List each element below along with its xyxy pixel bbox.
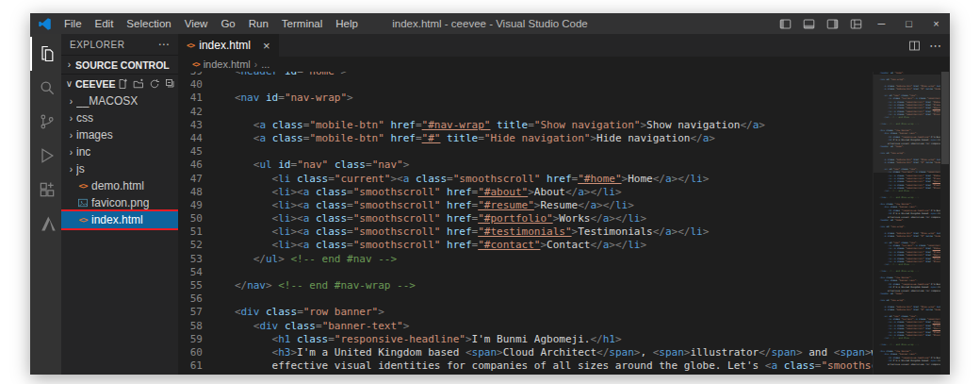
code-line[interactable]: 43 <a class="mobile-btn" href="#nav-wrap… xyxy=(178,119,873,132)
chevron-down-icon: ∨ xyxy=(63,78,75,89)
code-area[interactable]: 39 <header id="home">4041 <nav id="nav-w… xyxy=(178,72,873,373)
run-and-debug-icon[interactable] xyxy=(30,139,61,173)
explorer-tree: ›__MACOSX›css›images›inc›js<>demo.htmlfa… xyxy=(61,92,178,375)
menu-file[interactable]: File xyxy=(57,13,89,34)
chevron-right-icon: › xyxy=(66,96,76,107)
chevron-right-icon: › xyxy=(66,164,76,175)
menu-selection[interactable]: Selection xyxy=(120,13,177,34)
new-file-icon[interactable] xyxy=(116,76,130,91)
menu-view[interactable]: View xyxy=(178,13,215,34)
close-button[interactable]: × xyxy=(923,13,950,34)
extensions-icon[interactable] xyxy=(30,173,61,207)
code-line[interactable]: 39 <header id="home"> xyxy=(178,72,873,78)
tree-item-images[interactable]: ›images xyxy=(61,126,178,143)
tree-item-label: inc xyxy=(76,145,90,159)
code-line[interactable]: 41 <nav id="nav-wrap"> xyxy=(178,92,873,105)
code-line[interactable]: 57 <div class="row banner"> xyxy=(178,306,873,319)
tree-item-demo-html[interactable]: <>demo.html xyxy=(61,177,178,194)
line-number: 60 xyxy=(178,346,203,359)
line-number: 41 xyxy=(178,92,203,105)
layout-panel-icon[interactable] xyxy=(797,13,821,34)
tree-item-label: favicon.png xyxy=(91,196,149,209)
collapse-folders-icon[interactable] xyxy=(164,76,178,91)
layout-sidebar-left-icon[interactable] xyxy=(774,13,797,34)
code-line[interactable]: 56 xyxy=(178,292,873,306)
code-line[interactable]: 42 xyxy=(178,106,873,119)
tree-item-css[interactable]: ›css xyxy=(61,109,178,126)
tree-item-label: demo.html xyxy=(91,179,144,192)
line-number: 56 xyxy=(178,292,203,306)
code-line[interactable]: 55 </nav> <!-- end #nav-wrap --> xyxy=(178,279,873,292)
menu-go[interactable]: Go xyxy=(214,13,241,34)
editor-more-actions-icon[interactable]: ⋯ xyxy=(929,39,941,53)
maximize-button[interactable]: □ xyxy=(895,13,923,34)
close-tab-icon[interactable]: × xyxy=(263,39,270,53)
menu-run[interactable]: Run xyxy=(242,13,275,34)
titlebar-right: ─ □ × xyxy=(774,13,950,34)
line-number: 44 xyxy=(178,132,203,145)
line-number: 61 xyxy=(178,359,203,373)
line-number: 45 xyxy=(178,145,203,159)
editor-scrollbar[interactable] xyxy=(940,72,950,375)
minimap-viewport[interactable] xyxy=(874,75,940,173)
code-line[interactable]: 40 xyxy=(178,78,873,92)
code-line[interactable]: 61 effective visual identities for compa… xyxy=(178,359,873,373)
tree-item-favicon-png[interactable]: favicon.png xyxy=(61,194,178,211)
new-folder-icon[interactable] xyxy=(132,76,146,91)
azure-icon[interactable] xyxy=(30,207,61,241)
menu-help[interactable]: Help xyxy=(329,13,365,34)
scrollbar-thumb[interactable] xyxy=(941,72,949,164)
minimap[interactable]: <header id="home"> <nav id="nav-wrap"> <… xyxy=(873,72,940,375)
tab-bar: <> index.html × ⋯ xyxy=(178,34,950,57)
breadcrumb-item-more[interactable]: ... xyxy=(261,58,270,70)
more-actions-icon[interactable]: ⋯ xyxy=(158,38,171,51)
line-number: 43 xyxy=(178,119,203,132)
code-line[interactable]: 46 <ul id="nav" class="nav"> xyxy=(178,159,873,172)
title-bar: FileEditSelectionViewGoRunTerminalHelp i… xyxy=(30,13,950,34)
code-line[interactable]: 47 <li class="current"><a class="smooths… xyxy=(178,173,873,186)
breadcrumb-item-file[interactable]: index.html xyxy=(204,58,251,70)
tree-item-js[interactable]: ›js xyxy=(61,160,178,177)
tree-item-__macosx[interactable]: ›__MACOSX xyxy=(61,92,178,109)
code-line[interactable]: 49 <li><a class="smoothscroll" href="#re… xyxy=(178,199,873,212)
chevron-right-icon: › xyxy=(66,113,76,124)
code-line[interactable]: 58 <div class="banner-text"> xyxy=(178,320,873,333)
code-line[interactable]: 60 <h3>I'm a United Kingdom based <span>… xyxy=(178,346,873,359)
section-label: CEEVEE xyxy=(75,78,116,90)
code-line[interactable]: 54 xyxy=(178,266,873,279)
tab-index-html[interactable]: <> index.html × xyxy=(178,34,279,57)
line-number: 46 xyxy=(178,159,203,172)
section-ceevee[interactable]: ∨ CEEVEE xyxy=(61,74,178,92)
line-number: 52 xyxy=(178,239,203,252)
chevron-right-icon: › xyxy=(254,59,257,70)
layout-sidebar-right-icon[interactable] xyxy=(821,13,844,34)
image-file-icon xyxy=(76,197,90,209)
code-line[interactable]: 48 <li><a class="smoothscroll" href="#ab… xyxy=(178,186,873,199)
tree-item-label: images xyxy=(76,128,113,142)
menu-terminal[interactable]: Terminal xyxy=(275,13,329,34)
chevron-right-icon: › xyxy=(66,130,76,141)
code-line[interactable]: 53 </ul> <!-- end #nav --> xyxy=(178,253,873,266)
activity-bar xyxy=(30,34,61,375)
refresh-explorer-icon[interactable] xyxy=(148,76,162,91)
explorer-icon[interactable] xyxy=(30,37,61,71)
line-number: 39 xyxy=(178,72,203,78)
split-editor-icon[interactable] xyxy=(908,40,921,52)
line-number: 47 xyxy=(178,173,203,186)
source-control-icon[interactable] xyxy=(30,105,61,139)
line-number: 50 xyxy=(178,212,203,225)
code-line[interactable]: 52 <li><a class="smoothscroll" href="#co… xyxy=(178,239,873,252)
menu-edit[interactable]: Edit xyxy=(89,13,121,34)
code-line[interactable]: 45 xyxy=(178,145,873,159)
section-source-control[interactable]: › SOURCE CONTROL xyxy=(61,55,178,74)
code-line[interactable]: 44 <a class="mobile-btn" href="#" title=… xyxy=(178,132,873,145)
search-icon[interactable] xyxy=(30,71,61,105)
code-line[interactable]: 59 <h1 class="responsive-headline">I'm B… xyxy=(178,333,873,346)
code-line[interactable]: 51 <li><a class="smoothscroll" href="#te… xyxy=(178,225,873,239)
minimize-button[interactable]: ─ xyxy=(868,13,895,34)
tree-item-label: js xyxy=(76,162,85,175)
tree-item-index-html[interactable]: <>index.html xyxy=(61,211,178,228)
code-line[interactable]: 50 <li><a class="smoothscroll" href="#po… xyxy=(178,212,873,225)
tree-item-inc[interactable]: ›inc xyxy=(61,143,178,160)
layout-customize-icon[interactable] xyxy=(844,13,868,34)
